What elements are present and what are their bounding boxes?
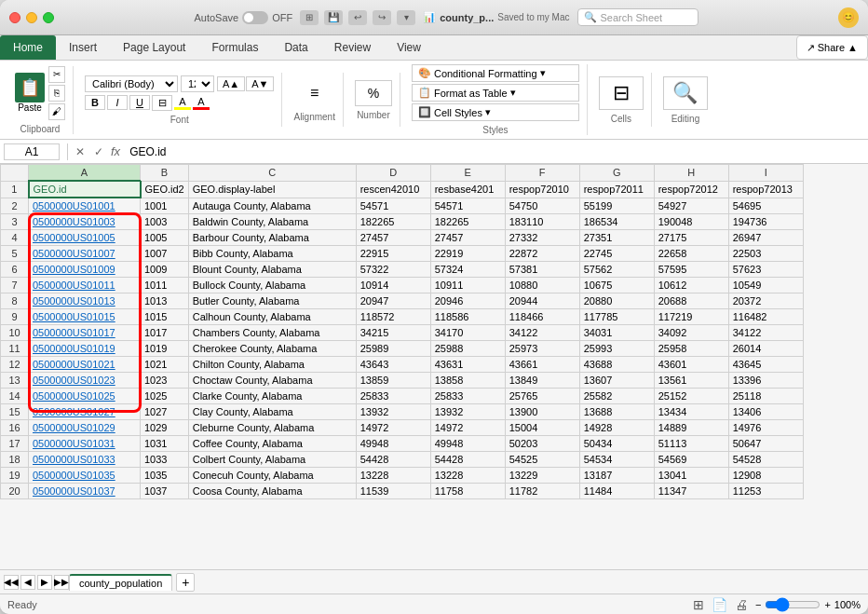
cell-C19[interactable]: Conecuh County, Alabama	[188, 468, 356, 484]
cell-D13[interactable]: 13859	[356, 373, 430, 389]
cell-B7[interactable]: 1011	[141, 278, 189, 293]
cell-F3[interactable]: 183110	[505, 214, 579, 230]
cell-A4[interactable]: 0500000US01005	[29, 230, 141, 246]
sheet-tab-county-population[interactable]: county_population	[69, 574, 172, 591]
cell-A2[interactable]: 0500000US01001	[29, 198, 141, 214]
cell-H8[interactable]: 20688	[654, 293, 728, 309]
cell-A15[interactable]: 0500000US01027	[29, 404, 141, 420]
cell-B5[interactable]: 1007	[141, 246, 189, 262]
col-header-B[interactable]: B	[141, 165, 189, 182]
cell-I10[interactable]: 34122	[728, 325, 803, 341]
col-header-G[interactable]: G	[579, 165, 654, 182]
cell-B15[interactable]: 1027	[141, 404, 189, 420]
cell-D7[interactable]: 10914	[356, 278, 430, 293]
cell-E18[interactable]: 54428	[430, 452, 505, 468]
cell-G11[interactable]: 25993	[579, 341, 654, 357]
cell-E12[interactable]: 43631	[430, 357, 505, 373]
cell-E14[interactable]: 25833	[430, 389, 505, 404]
cell-C1[interactable]: GEO.display-label	[188, 181, 356, 198]
cell-F2[interactable]: 54750	[505, 198, 579, 214]
cell-E1[interactable]: resbase4201	[430, 181, 505, 198]
cell-G1[interactable]: respop72011	[579, 181, 654, 198]
formula-input[interactable]	[128, 144, 864, 159]
col-header-F[interactable]: F	[505, 165, 579, 182]
cell-G13[interactable]: 13607	[579, 373, 654, 389]
cell-E9[interactable]: 118586	[430, 309, 505, 325]
cell-E8[interactable]: 20946	[430, 293, 505, 309]
zoom-slider[interactable]	[765, 597, 821, 612]
cell-B20[interactable]: 1037	[141, 484, 189, 499]
cell-G5[interactable]: 22745	[579, 246, 654, 262]
cell-E17[interactable]: 49948	[430, 436, 505, 452]
cell-G2[interactable]: 55199	[579, 198, 654, 214]
cell-A7[interactable]: 0500000US01011	[29, 278, 141, 293]
cell-A13[interactable]: 0500000US01023	[29, 373, 141, 389]
cell-F11[interactable]: 25973	[505, 341, 579, 357]
cell-H2[interactable]: 54927	[654, 198, 728, 214]
cell-H11[interactable]: 25958	[654, 341, 728, 357]
cell-B12[interactable]: 1021	[141, 357, 189, 373]
print-view-icon[interactable]: 🖨	[735, 597, 748, 612]
cell-F15[interactable]: 13900	[505, 404, 579, 420]
cell-C10[interactable]: Chambers County, Alabama	[188, 325, 356, 341]
cell-F12[interactable]: 43661	[505, 357, 579, 373]
cell-D9[interactable]: 118572	[356, 309, 430, 325]
cell-D4[interactable]: 27457	[356, 230, 430, 246]
cell-B10[interactable]: 1017	[141, 325, 189, 341]
cell-F10[interactable]: 34122	[505, 325, 579, 341]
cell-G9[interactable]: 117785	[579, 309, 654, 325]
font-size-select[interactable]: 12	[181, 75, 214, 92]
share-button[interactable]: ↗ Share ▲	[796, 35, 868, 60]
cell-C5[interactable]: Bibb County, Alabama	[188, 246, 356, 262]
cell-D10[interactable]: 34215	[356, 325, 430, 341]
cell-A11[interactable]: 0500000US01019	[29, 341, 141, 357]
cell-E3[interactable]: 182265	[430, 214, 505, 230]
cell-G20[interactable]: 11484	[579, 484, 654, 499]
cell-D14[interactable]: 25833	[356, 389, 430, 404]
cell-E5[interactable]: 22919	[430, 246, 505, 262]
sheet-table-wrapper[interactable]: A B C D E F G H I 1 GEO.id	[0, 164, 868, 499]
cell-C7[interactable]: Bullock County, Alabama	[188, 278, 356, 293]
sheet-nav-prev[interactable]: ◀	[20, 575, 35, 590]
font-color-button[interactable]: A	[193, 96, 210, 110]
cell-F17[interactable]: 50203	[505, 436, 579, 452]
cell-E11[interactable]: 25988	[430, 341, 505, 357]
cell-G8[interactable]: 20880	[579, 293, 654, 309]
cell-D6[interactable]: 57322	[356, 262, 430, 278]
cell-F13[interactable]: 13849	[505, 373, 579, 389]
cell-D18[interactable]: 54428	[356, 452, 430, 468]
grid-view-icon[interactable]: ⊞	[693, 597, 704, 612]
cell-F1[interactable]: respop72010	[505, 181, 579, 198]
cell-E13[interactable]: 13858	[430, 373, 505, 389]
cell-C11[interactable]: Cherokee County, Alabama	[188, 341, 356, 357]
cell-B6[interactable]: 1009	[141, 262, 189, 278]
cell-B17[interactable]: 1031	[141, 436, 189, 452]
cell-F4[interactable]: 27332	[505, 230, 579, 246]
decrease-font-button[interactable]: A▼	[246, 76, 274, 91]
undo-icon[interactable]: ↩	[348, 10, 367, 25]
col-header-C[interactable]: C	[188, 165, 356, 182]
cell-C6[interactable]: Blount County, Alabama	[188, 262, 356, 278]
cell-D8[interactable]: 20947	[356, 293, 430, 309]
cell-G10[interactable]: 34031	[579, 325, 654, 341]
cell-B11[interactable]: 1019	[141, 341, 189, 357]
cell-I3[interactable]: 194736	[728, 214, 803, 230]
cut-button[interactable]: ✂	[48, 66, 65, 83]
cell-I6[interactable]: 57623	[728, 262, 803, 278]
cell-E15[interactable]: 13932	[430, 404, 505, 420]
cell-B8[interactable]: 1013	[141, 293, 189, 309]
cell-D16[interactable]: 14972	[356, 420, 430, 436]
fullscreen-button[interactable]	[43, 12, 54, 23]
cell-I17[interactable]: 50647	[728, 436, 803, 452]
cell-styles-button[interactable]: 🔲 Cell Styles ▾	[412, 103, 579, 121]
cell-reference-input[interactable]	[4, 143, 60, 160]
cell-G18[interactable]: 54534	[579, 452, 654, 468]
cell-G6[interactable]: 57562	[579, 262, 654, 278]
cell-G15[interactable]: 13688	[579, 404, 654, 420]
cell-I4[interactable]: 26947	[728, 230, 803, 246]
font-name-select[interactable]: Calibri (Body)	[85, 75, 178, 92]
cell-H12[interactable]: 43601	[654, 357, 728, 373]
cell-F5[interactable]: 22872	[505, 246, 579, 262]
cell-C18[interactable]: Colbert County, Alabama	[188, 452, 356, 468]
cell-B4[interactable]: 1005	[141, 230, 189, 246]
